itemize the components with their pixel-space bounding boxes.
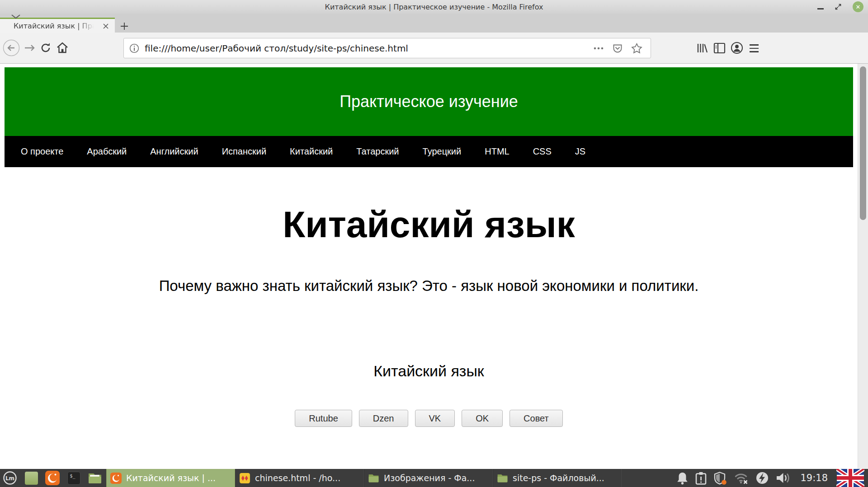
menu-button[interactable] (750, 44, 759, 52)
nav-item-arabic[interactable]: Арабский (87, 146, 127, 157)
firefox-launcher[interactable] (45, 470, 60, 486)
navigation-toolbar: file:///home/user/Рабочий стол/study/sit… (0, 33, 868, 64)
library-button[interactable] (696, 42, 708, 56)
nav-item-spanish[interactable]: Испанский (222, 146, 266, 157)
home-icon (56, 42, 69, 54)
vk-button[interactable]: VK (415, 410, 455, 427)
workspace-switcher-icon[interactable] (656, 472, 670, 485)
show-desktop-button[interactable] (24, 470, 39, 486)
taskbar-window-label: Китайский язык | ... (126, 473, 216, 483)
taskbar-window-label: chinese.html - /ho... (255, 473, 340, 483)
nav-item-about[interactable]: О проекте (21, 146, 63, 157)
scrollbar-track[interactable] (858, 64, 868, 469)
sovet-button[interactable]: Совет (509, 410, 563, 427)
folder-icon (88, 472, 102, 484)
maximize-button[interactable] (835, 3, 842, 10)
library-icon (696, 42, 708, 54)
site-header-title: Практическое изучение (340, 92, 518, 111)
system-tray: 19:18 (656, 469, 868, 487)
taskbar-window-siteps[interactable]: site-ps - Файловый... (493, 469, 622, 487)
terminal-launcher[interactable]: $_ (66, 470, 81, 486)
site-header: Практическое изучение (5, 67, 853, 136)
tab-bar: Китайский язык | Пра (0, 14, 868, 33)
taskbar: Lm $_ (0, 469, 868, 487)
reload-icon (40, 42, 52, 54)
taskbar-window-images[interactable]: Изображения - Фа... (364, 469, 493, 487)
page-actions-icon[interactable] (593, 47, 604, 50)
social-buttons-row: Rutube Dzen VK OK Совет (0, 410, 858, 427)
plus-icon (120, 22, 128, 30)
bookmark-star-icon[interactable] (631, 43, 642, 54)
keyboard-layout-uk-flag[interactable] (836, 469, 864, 487)
desktop: Китайский язык | Практическое изучение -… (0, 0, 868, 487)
shield-security-icon[interactable] (713, 471, 727, 485)
mint-logo-icon: Lm (3, 471, 17, 485)
nav-item-html[interactable]: HTML (485, 146, 509, 157)
page-info-icon[interactable] (129, 43, 139, 53)
window-titlebar: Китайский язык | Практическое изучение -… (0, 0, 868, 14)
page-subtitle: Китайский язык (0, 362, 858, 380)
nav-item-turkish[interactable]: Турецкий (423, 146, 462, 157)
forward-icon (24, 42, 36, 54)
window-title: Китайский язык | Практическое изучение -… (325, 3, 543, 11)
browser-tab[interactable]: Китайский язык | Пра (0, 18, 115, 33)
folder-icon (497, 473, 508, 483)
dzen-button[interactable]: Dzen (359, 410, 408, 427)
browser-viewport: Практическое изучение О проекте Арабский… (0, 64, 868, 469)
menu-icon (750, 44, 759, 46)
rutube-button[interactable]: Rutube (295, 410, 352, 427)
volume-icon[interactable] (776, 472, 792, 484)
minimize-button[interactable] (817, 8, 824, 9)
file-manager-launcher[interactable] (87, 470, 103, 486)
page-title: Китайский язык (0, 203, 858, 246)
power-icon[interactable] (755, 471, 769, 485)
scrollbar-thumb[interactable] (860, 66, 866, 220)
taskbar-clock[interactable]: 19:18 (800, 473, 828, 483)
tab-title: Китайский язык | Пра (14, 22, 94, 30)
nav-item-english[interactable]: Английский (150, 146, 198, 157)
sidebar-icon (713, 42, 726, 54)
account-icon (731, 42, 743, 54)
taskbar-launchers: Lm $_ (0, 470, 106, 486)
pocket-icon[interactable] (612, 43, 623, 54)
firefox-icon (45, 471, 60, 485)
new-tab-button[interactable] (118, 21, 131, 31)
maximize-icon (835, 3, 842, 10)
nav-item-tatar[interactable]: Татарский (356, 146, 399, 157)
notifications-icon[interactable] (676, 472, 689, 485)
reload-button[interactable] (40, 42, 52, 56)
firefox-icon (110, 473, 122, 484)
terminal-icon: $_ (67, 472, 80, 485)
forward-button[interactable] (24, 42, 36, 56)
taskbar-window-label: site-ps - Файловый... (513, 473, 604, 483)
sidebar-button[interactable] (713, 42, 726, 56)
mint-menu-button[interactable]: Lm (2, 470, 18, 486)
chevron-down-icon[interactable] (11, 14, 21, 19)
clipboard-updates-icon[interactable] (695, 472, 707, 485)
show-desktop-icon (25, 472, 38, 485)
back-button[interactable] (3, 39, 20, 58)
nav-item-css[interactable]: CSS (533, 146, 552, 157)
back-icon (3, 39, 20, 56)
text-editor-icon (239, 473, 250, 484)
svg-text:Lm: Lm (5, 475, 14, 482)
taskbar-window-editor[interactable]: chinese.html - /ho... (235, 469, 364, 487)
ok-button[interactable]: OK (462, 410, 503, 427)
nav-item-chinese[interactable]: Китайский (290, 146, 333, 157)
web-page: Практическое изучение О проекте Арабский… (0, 64, 858, 469)
close-button[interactable]: ✕ (853, 1, 863, 12)
taskbar-window-label: Изображения - Фа... (384, 473, 475, 483)
home-button[interactable] (56, 42, 69, 56)
url-text: file:///home/user/Рабочий стол/study/sit… (145, 43, 593, 54)
page-intro: Почему важно знать китайский язык? Это -… (0, 277, 858, 295)
network-disconnected-icon[interactable] (734, 472, 749, 484)
folder-icon (368, 473, 379, 483)
taskbar-window-firefox[interactable]: Китайский язык | ... (106, 469, 235, 487)
site-nav: О проекте Арабский Английский Испанский … (5, 136, 853, 167)
nav-item-js[interactable]: JS (575, 146, 585, 157)
url-bar[interactable]: file:///home/user/Рабочий стол/study/sit… (123, 38, 651, 58)
tab-close-icon[interactable] (102, 23, 109, 30)
